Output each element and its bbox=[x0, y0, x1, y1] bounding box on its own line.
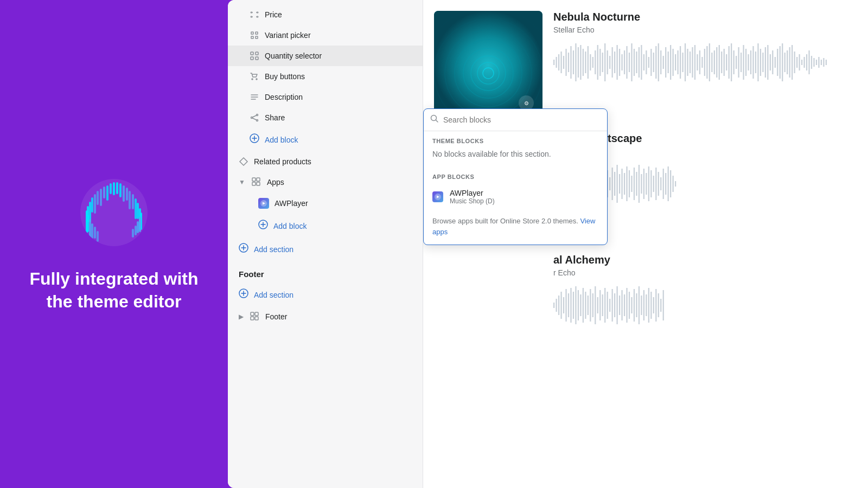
sidebar-item-quantity-selector[interactable]: Quantity selector bbox=[228, 46, 423, 66]
search-icon bbox=[430, 114, 439, 125]
svg-rect-18 bbox=[116, 182, 118, 194]
svg-rect-296 bbox=[650, 292, 652, 319]
buy-icon bbox=[250, 72, 259, 81]
sidebar-item-variant-picker[interactable]: Variant picker bbox=[228, 25, 423, 46]
svg-rect-198 bbox=[826, 60, 827, 65]
svg-rect-272 bbox=[592, 293, 593, 317]
svg-rect-86 bbox=[553, 60, 554, 65]
sidebar-item-apps[interactable]: ▼ Apps bbox=[228, 172, 423, 192]
plus-circle-icon-3 bbox=[239, 243, 248, 255]
search-input-container[interactable] bbox=[424, 109, 607, 131]
sidebar-item-buy-buttons[interactable]: Buy buttons bbox=[228, 66, 423, 87]
svg-rect-16 bbox=[94, 227, 96, 239]
svg-rect-151 bbox=[711, 53, 712, 72]
sidebar-item-related-products[interactable]: Related products bbox=[228, 151, 423, 172]
svg-rect-265 bbox=[575, 286, 576, 324]
svg-rect-230 bbox=[614, 172, 615, 196]
svg-rect-24 bbox=[135, 198, 137, 219]
svg-rect-25 bbox=[137, 203, 139, 219]
sidebar-add-section-footer[interactable]: Add section bbox=[228, 283, 423, 306]
brand-logo bbox=[76, 175, 152, 251]
sidebar-item-label: Price bbox=[265, 10, 282, 19]
sidebar-add-block-2[interactable]: Add block bbox=[228, 214, 423, 237]
svg-rect-180 bbox=[782, 43, 783, 81]
svg-rect-29 bbox=[137, 221, 139, 233]
svg-rect-14 bbox=[89, 219, 91, 239]
svg-rect-289 bbox=[634, 289, 635, 322]
sidebar-item-price[interactable]: Price bbox=[228, 4, 423, 25]
sidebar-item-label: AWPlayer bbox=[275, 199, 308, 208]
svg-rect-117 bbox=[629, 53, 630, 72]
dropdown-awplayer-item[interactable]: AWPlayer Music Shop (D) bbox=[424, 183, 607, 210]
svg-rect-155 bbox=[721, 52, 722, 73]
svg-rect-179 bbox=[780, 46, 781, 79]
svg-rect-260 bbox=[563, 297, 564, 313]
svg-rect-285 bbox=[624, 294, 625, 316]
svg-rect-3 bbox=[110, 183, 112, 194]
svg-rect-145 bbox=[697, 54, 698, 70]
svg-rect-119 bbox=[634, 49, 635, 76]
svg-rect-115 bbox=[624, 50, 625, 74]
svg-rect-143 bbox=[692, 47, 693, 78]
svg-rect-294 bbox=[646, 294, 647, 316]
svg-rect-59 bbox=[252, 182, 256, 185]
svg-text:⚙: ⚙ bbox=[524, 100, 529, 106]
sidebar-item-footer[interactable]: ▶ Footer bbox=[228, 306, 423, 327]
sidebar-item-label: Footer bbox=[265, 312, 287, 321]
svg-rect-148 bbox=[704, 49, 705, 76]
svg-rect-262 bbox=[568, 293, 569, 317]
svg-rect-284 bbox=[621, 290, 622, 320]
svg-rect-41 bbox=[256, 52, 258, 55]
svg-rect-301 bbox=[663, 290, 664, 320]
svg-rect-255 bbox=[675, 181, 676, 187]
sidebar-add-block-1[interactable]: Add block bbox=[228, 128, 423, 151]
svg-rect-74 bbox=[255, 317, 258, 320]
svg-rect-2 bbox=[113, 182, 115, 195]
svg-rect-146 bbox=[699, 50, 700, 74]
svg-rect-140 bbox=[685, 43, 686, 81]
search-blocks-input[interactable] bbox=[443, 115, 601, 124]
svg-rect-6 bbox=[100, 189, 102, 206]
svg-rect-141 bbox=[687, 49, 688, 76]
svg-rect-153 bbox=[716, 47, 717, 78]
svg-rect-291 bbox=[639, 286, 640, 324]
svg-rect-137 bbox=[677, 50, 678, 74]
svg-rect-98 bbox=[583, 49, 584, 76]
svg-rect-264 bbox=[573, 292, 574, 319]
svg-rect-101 bbox=[590, 54, 591, 70]
svg-rect-239 bbox=[636, 172, 637, 196]
svg-rect-298 bbox=[655, 289, 656, 322]
svg-rect-252 bbox=[668, 166, 669, 201]
svg-rect-256 bbox=[553, 303, 554, 308]
svg-rect-157 bbox=[726, 54, 727, 70]
svg-rect-152 bbox=[714, 50, 715, 74]
sidebar-add-section-1[interactable]: Add section bbox=[228, 237, 423, 261]
svg-line-53 bbox=[252, 118, 256, 120]
svg-rect-195 bbox=[818, 57, 819, 68]
logo-container bbox=[76, 175, 152, 251]
dropdown-footer: Browse apps built for Online Store 2.0 t… bbox=[424, 210, 607, 245]
svg-rect-31 bbox=[132, 229, 134, 237]
svg-rect-158 bbox=[729, 46, 730, 79]
svg-rect-134 bbox=[670, 45, 671, 80]
content-panel: ⚙ Nebula Nocturne Stellar Echo bbox=[423, 0, 868, 488]
sidebar-item-share[interactable]: Share bbox=[228, 107, 423, 128]
svg-rect-253 bbox=[670, 170, 671, 197]
svg-rect-43 bbox=[256, 57, 258, 60]
svg-rect-162 bbox=[738, 47, 739, 78]
svg-rect-242 bbox=[643, 169, 644, 199]
svg-rect-263 bbox=[570, 288, 571, 323]
svg-rect-171 bbox=[760, 49, 761, 76]
svg-rect-38 bbox=[251, 36, 253, 38]
svg-rect-197 bbox=[823, 58, 824, 67]
svg-rect-72 bbox=[255, 312, 258, 316]
svg-rect-271 bbox=[590, 289, 591, 322]
sidebar-item-description[interactable]: Description bbox=[228, 87, 423, 107]
svg-rect-283 bbox=[619, 296, 620, 315]
product-title-nebula: Nebula Nocturne bbox=[553, 11, 857, 23]
sidebar-item-awplayer[interactable]: AWPlayer bbox=[228, 192, 423, 214]
svg-rect-28 bbox=[139, 217, 141, 232]
sidebar-item-label: Quantity selector bbox=[265, 52, 322, 60]
svg-rect-60 bbox=[257, 182, 260, 185]
svg-rect-254 bbox=[673, 176, 674, 192]
